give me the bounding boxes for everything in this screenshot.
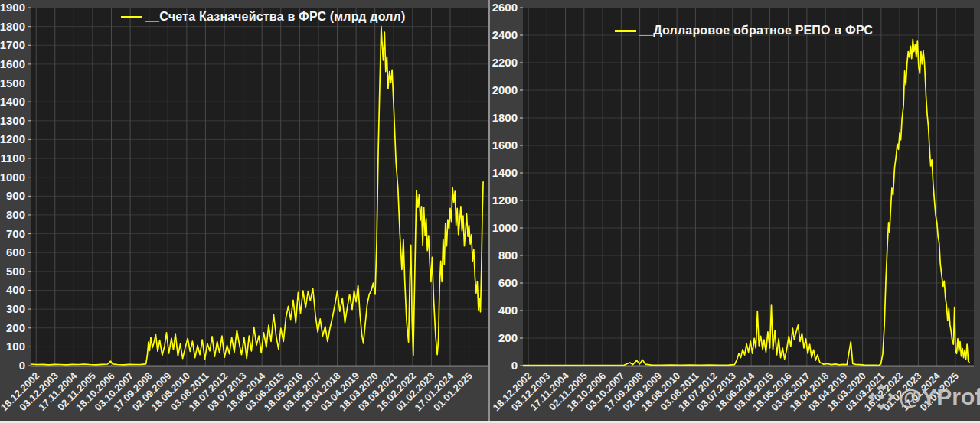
svg-text:200: 200 <box>6 321 25 334</box>
svg-text:500: 500 <box>6 265 25 278</box>
svg-text:300: 300 <box>6 302 25 315</box>
svg-text:1200: 1200 <box>0 132 25 145</box>
legend-line-marker <box>615 30 636 32</box>
legend-label: __Долларовое обратное РЕПО в ФРС <box>639 24 873 37</box>
plot-area <box>31 8 488 366</box>
y-axis-ticks <box>520 8 523 366</box>
repo-chart-canvas: 0200400600800100012001400160018002000220… <box>491 0 980 423</box>
watermark-text: @YProfit <box>899 384 980 410</box>
x-axis-labels: 18.12.200203.12.200317.11.200402.11.2005… <box>0 369 475 413</box>
legend-line-marker <box>121 16 142 18</box>
svg-text:1500: 1500 <box>0 76 25 89</box>
svg-text:600: 600 <box>6 246 25 259</box>
svg-text:1000: 1000 <box>492 221 518 234</box>
svg-text:200: 200 <box>498 331 518 344</box>
svg-text:1000: 1000 <box>0 171 25 184</box>
svg-text:1800: 1800 <box>0 20 25 33</box>
panel-divider <box>488 0 490 423</box>
svg-text:1400: 1400 <box>492 166 518 179</box>
svg-text:2200: 2200 <box>492 56 518 69</box>
y-axis-labels: 0200400600800100012001400160018002000220… <box>492 1 518 372</box>
svg-text:800: 800 <box>6 208 25 221</box>
svg-text:900: 900 <box>6 189 25 202</box>
chart-panel-treasury: 0100200300400500600700800900100011001200… <box>0 0 491 423</box>
svg-text:1300: 1300 <box>0 114 25 127</box>
svg-text:1600: 1600 <box>492 138 518 151</box>
chart-panel-repo: 0200400600800100012001400160018002000220… <box>491 0 980 423</box>
svg-text:1400: 1400 <box>0 95 25 108</box>
svg-text:1800: 1800 <box>492 111 518 124</box>
svg-text:0: 0 <box>511 359 518 372</box>
svg-text:400: 400 <box>498 304 518 317</box>
svg-text:1700: 1700 <box>0 38 25 51</box>
treasury-chart-canvas: 0100200300400500600700800900100011001200… <box>0 0 491 423</box>
svg-text:600: 600 <box>498 276 518 289</box>
svg-text:1600: 1600 <box>0 57 25 70</box>
svg-text:0: 0 <box>19 359 25 372</box>
watermark: @YProfit <box>868 384 980 410</box>
svg-text:1200: 1200 <box>492 194 518 207</box>
legend-treasury: __Счета Казначейства в ФРС (млрд долл) <box>121 10 406 24</box>
y-axis-labels: 0100200300400500600700800900100011001200… <box>0 1 25 372</box>
svg-text:2600: 2600 <box>492 1 518 14</box>
y-axis-ticks <box>28 8 31 366</box>
legend-label: __Счета Казначейства в ФРС (млрд долл) <box>145 10 406 24</box>
svg-text:2400: 2400 <box>492 28 518 41</box>
svg-text:100: 100 <box>6 340 25 353</box>
svg-text:700: 700 <box>6 227 25 240</box>
yprofit-logo-icon <box>868 384 894 410</box>
svg-text:400: 400 <box>6 283 25 296</box>
svg-text:1100: 1100 <box>0 151 25 164</box>
svg-text:800: 800 <box>498 249 518 262</box>
svg-text:1900: 1900 <box>0 1 25 14</box>
plot-area <box>523 8 974 366</box>
legend-repo: __Долларовое обратное РЕПО в ФРС <box>615 24 873 37</box>
svg-text:2000: 2000 <box>492 83 518 96</box>
